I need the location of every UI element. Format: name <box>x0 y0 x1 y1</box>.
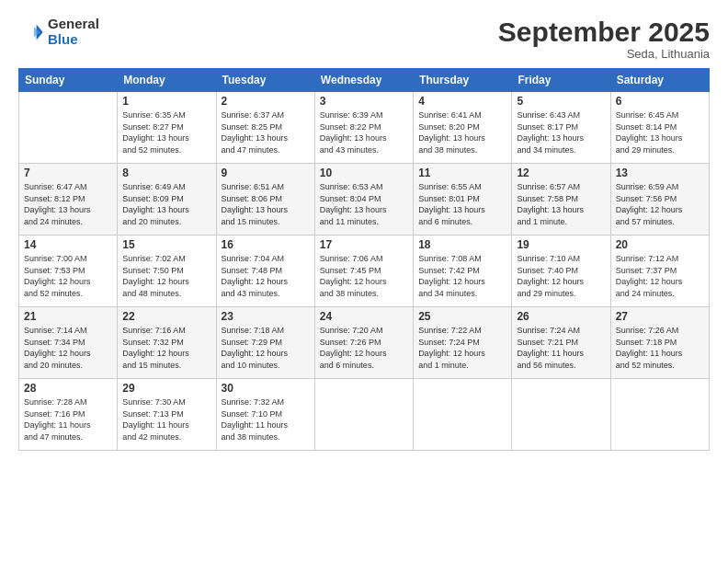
table-row: 26Sunrise: 7:24 AM Sunset: 7:21 PM Dayli… <box>512 307 610 379</box>
table-row: 23Sunrise: 7:18 AM Sunset: 7:29 PM Dayli… <box>216 307 314 379</box>
day-number: 3 <box>320 95 408 108</box>
day-info: Sunrise: 7:12 AM Sunset: 7:37 PM Dayligh… <box>616 253 704 299</box>
day-info: Sunrise: 7:06 AM Sunset: 7:45 PM Dayligh… <box>320 253 408 299</box>
table-row: 24Sunrise: 7:20 AM Sunset: 7:26 PM Dayli… <box>314 307 413 379</box>
day-info: Sunrise: 6:35 AM Sunset: 8:27 PM Dayligh… <box>122 109 210 155</box>
day-info: Sunrise: 7:14 AM Sunset: 7:34 PM Dayligh… <box>24 325 112 371</box>
location-subtitle: Seda, Lithuania <box>498 47 710 61</box>
day-number: 16 <box>222 238 310 251</box>
day-info: Sunrise: 7:26 AM Sunset: 7:18 PM Dayligh… <box>616 325 704 371</box>
page-header: General Blue September 2025 Seda, Lithua… <box>18 17 710 61</box>
day-info: Sunrise: 6:39 AM Sunset: 8:22 PM Dayligh… <box>320 109 408 155</box>
header-monday: Monday <box>118 69 216 92</box>
day-number: 9 <box>222 167 310 179</box>
day-number: 19 <box>517 238 605 251</box>
header-sunday: Sunday <box>19 69 118 92</box>
table-row: 19Sunrise: 7:10 AM Sunset: 7:40 PM Dayli… <box>512 236 610 307</box>
day-number: 2 <box>222 95 310 108</box>
day-number: 11 <box>418 167 506 179</box>
table-row: 17Sunrise: 7:06 AM Sunset: 7:45 PM Dayli… <box>314 236 413 307</box>
table-row: 9Sunrise: 6:51 AM Sunset: 8:06 PM Daylig… <box>216 164 314 236</box>
day-number: 30 <box>222 382 310 395</box>
logo-icon <box>18 19 44 45</box>
day-number: 4 <box>418 95 506 108</box>
table-row: 25Sunrise: 7:22 AM Sunset: 7:24 PM Dayli… <box>414 307 512 379</box>
calendar-week-row: 7Sunrise: 6:47 AM Sunset: 8:12 PM Daylig… <box>19 164 710 236</box>
table-row: 4Sunrise: 6:41 AM Sunset: 8:20 PM Daylig… <box>414 92 512 164</box>
table-row: 5Sunrise: 6:43 AM Sunset: 8:17 PM Daylig… <box>512 92 610 164</box>
table-row: 13Sunrise: 6:59 AM Sunset: 7:56 PM Dayli… <box>610 164 709 236</box>
table-row: 6Sunrise: 6:45 AM Sunset: 8:14 PM Daylig… <box>610 92 709 164</box>
day-info: Sunrise: 6:45 AM Sunset: 8:14 PM Dayligh… <box>616 109 704 155</box>
day-number: 27 <box>616 310 704 323</box>
logo: General Blue <box>18 17 99 47</box>
day-number: 7 <box>24 167 112 179</box>
table-row: 15Sunrise: 7:02 AM Sunset: 7:50 PM Dayli… <box>118 236 216 307</box>
day-info: Sunrise: 7:24 AM Sunset: 7:21 PM Dayligh… <box>517 325 605 371</box>
day-number: 21 <box>24 310 112 323</box>
calendar-week-row: 21Sunrise: 7:14 AM Sunset: 7:34 PM Dayli… <box>19 307 710 379</box>
day-info: Sunrise: 6:57 AM Sunset: 7:58 PM Dayligh… <box>517 181 605 227</box>
day-info: Sunrise: 7:10 AM Sunset: 7:40 PM Dayligh… <box>517 253 605 299</box>
table-row: 3Sunrise: 6:39 AM Sunset: 8:22 PM Daylig… <box>314 92 413 164</box>
table-row: 29Sunrise: 7:30 AM Sunset: 7:13 PM Dayli… <box>118 379 216 451</box>
table-row <box>414 379 512 451</box>
logo-general: General <box>48 17 99 32</box>
title-block: September 2025 Seda, Lithuania <box>498 17 710 61</box>
table-row <box>512 379 610 451</box>
day-number: 28 <box>24 382 112 395</box>
day-info: Sunrise: 6:55 AM Sunset: 8:01 PM Dayligh… <box>418 181 506 227</box>
day-info: Sunrise: 7:04 AM Sunset: 7:48 PM Dayligh… <box>222 253 310 299</box>
table-row <box>314 379 413 451</box>
table-row: 21Sunrise: 7:14 AM Sunset: 7:34 PM Dayli… <box>19 307 118 379</box>
header-tuesday: Tuesday <box>216 69 314 92</box>
table-row: 8Sunrise: 6:49 AM Sunset: 8:09 PM Daylig… <box>118 164 216 236</box>
day-info: Sunrise: 6:51 AM Sunset: 8:06 PM Dayligh… <box>222 181 310 227</box>
day-number: 14 <box>24 238 112 251</box>
table-row <box>19 92 118 164</box>
header-friday: Friday <box>512 69 610 92</box>
day-number: 17 <box>320 238 408 251</box>
day-info: Sunrise: 6:41 AM Sunset: 8:20 PM Dayligh… <box>418 109 506 155</box>
day-number: 22 <box>122 310 210 323</box>
day-number: 23 <box>222 310 310 323</box>
table-row: 12Sunrise: 6:57 AM Sunset: 7:58 PM Dayli… <box>512 164 610 236</box>
table-row: 7Sunrise: 6:47 AM Sunset: 8:12 PM Daylig… <box>19 164 118 236</box>
day-info: Sunrise: 7:02 AM Sunset: 7:50 PM Dayligh… <box>122 253 210 299</box>
day-number: 8 <box>122 167 210 179</box>
day-info: Sunrise: 6:47 AM Sunset: 8:12 PM Dayligh… <box>24 181 112 227</box>
day-number: 29 <box>122 382 210 395</box>
day-number: 15 <box>122 238 210 251</box>
header-saturday: Saturday <box>610 69 709 92</box>
day-number: 6 <box>616 95 704 108</box>
day-number: 20 <box>616 238 704 251</box>
day-info: Sunrise: 7:32 AM Sunset: 7:10 PM Dayligh… <box>222 396 310 442</box>
day-number: 26 <box>517 310 605 323</box>
day-number: 25 <box>418 310 506 323</box>
day-info: Sunrise: 6:59 AM Sunset: 7:56 PM Dayligh… <box>616 181 704 227</box>
day-info: Sunrise: 7:30 AM Sunset: 7:13 PM Dayligh… <box>122 396 210 442</box>
table-row: 2Sunrise: 6:37 AM Sunset: 8:25 PM Daylig… <box>216 92 314 164</box>
table-row: 16Sunrise: 7:04 AM Sunset: 7:48 PM Dayli… <box>216 236 314 307</box>
table-row: 27Sunrise: 7:26 AM Sunset: 7:18 PM Dayli… <box>610 307 709 379</box>
day-info: Sunrise: 7:16 AM Sunset: 7:32 PM Dayligh… <box>122 325 210 371</box>
table-row: 14Sunrise: 7:00 AM Sunset: 7:53 PM Dayli… <box>19 236 118 307</box>
day-info: Sunrise: 7:20 AM Sunset: 7:26 PM Dayligh… <box>320 325 408 371</box>
day-number: 24 <box>320 310 408 323</box>
logo-blue: Blue <box>48 32 99 48</box>
day-number: 13 <box>616 167 704 179</box>
day-info: Sunrise: 7:00 AM Sunset: 7:53 PM Dayligh… <box>24 253 112 299</box>
table-row: 18Sunrise: 7:08 AM Sunset: 7:42 PM Dayli… <box>414 236 512 307</box>
month-title: September 2025 <box>498 17 710 47</box>
day-number: 18 <box>418 238 506 251</box>
day-info: Sunrise: 7:22 AM Sunset: 7:24 PM Dayligh… <box>418 325 506 371</box>
calendar-week-row: 28Sunrise: 7:28 AM Sunset: 7:16 PM Dayli… <box>19 379 710 451</box>
table-row: 28Sunrise: 7:28 AM Sunset: 7:16 PM Dayli… <box>19 379 118 451</box>
day-number: 1 <box>122 95 210 108</box>
header-wednesday: Wednesday <box>314 69 413 92</box>
calendar-week-row: 14Sunrise: 7:00 AM Sunset: 7:53 PM Dayli… <box>19 236 710 307</box>
table-row: 22Sunrise: 7:16 AM Sunset: 7:32 PM Dayli… <box>118 307 216 379</box>
day-info: Sunrise: 6:37 AM Sunset: 8:25 PM Dayligh… <box>222 109 310 155</box>
header-thursday: Thursday <box>414 69 512 92</box>
day-info: Sunrise: 7:18 AM Sunset: 7:29 PM Dayligh… <box>222 325 310 371</box>
